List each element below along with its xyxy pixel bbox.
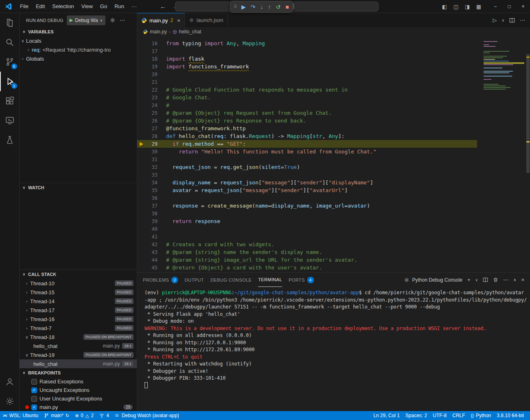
git-branch-status[interactable]: main* ↻ — [41, 411, 72, 420]
panel-more-actions-icon[interactable]: ⋯ — [503, 277, 508, 283]
code-line[interactable]: 21 — [137, 78, 477, 86]
step-over-button[interactable]: ↷ — [251, 4, 256, 10]
code-line[interactable]: 45# @return {Object} a card with the use… — [137, 264, 477, 271]
explorer-icon[interactable] — [0, 13, 20, 33]
run-python-file-icon[interactable]: ▷ — [493, 17, 497, 23]
breakpoint-row[interactable]: User Uncaught Exceptions — [20, 394, 137, 403]
tab-ports[interactable]: PORTS 4 — [289, 273, 314, 287]
close-window-button[interactable]: × — [516, 0, 530, 13]
scrollbar-thumb[interactable] — [526, 54, 530, 173]
code-line[interactable]: 38 — [137, 210, 477, 217]
cursor-position[interactable]: Ln 29, Col 1 — [370, 411, 403, 420]
code-line[interactable]: 30 return "Hello! This function must be … — [137, 148, 477, 155]
more-actions-icon[interactable]: ⋯ — [520, 17, 525, 23]
menu-more[interactable]: ··· — [128, 3, 140, 9]
variable-row[interactable]: ›req:<Request 'http://charming-tro — [20, 45, 137, 54]
tab-output[interactable]: OUTPUT — [184, 273, 204, 287]
debug-config-dropdown[interactable]: ▶ Debug Wa ∨ — [67, 15, 105, 25]
code-line[interactable]: 32 request_json = req.get_json(silent=Tr… — [137, 163, 477, 171]
variables-scope-globals[interactable]: ›Globals — [20, 54, 137, 63]
code-line[interactable]: 20 — [137, 70, 477, 78]
call-stack-header[interactable]: ∨ CALL STACK — [20, 270, 137, 279]
code-line[interactable]: 39 return response — [137, 217, 477, 225]
thread-row[interactable]: ›Thread-7PAUSED — [20, 324, 137, 332]
views-more-actions-icon[interactable]: ⋯ — [120, 17, 125, 23]
settings-gear-icon[interactable] — [0, 392, 20, 411]
variables-scope-locals[interactable]: ∨Locals — [20, 36, 137, 45]
tab-main-py[interactable]: main.py 2 × — [137, 13, 185, 27]
restart-button[interactable]: ↺ — [276, 4, 281, 10]
code-line[interactable]: 16from typing import Any, Mapping — [137, 39, 477, 47]
run-dropdown-chevron-icon[interactable]: ∨ — [502, 18, 504, 22]
tab-problems[interactable]: PROBLEMS 2 — [143, 273, 178, 287]
accounts-icon[interactable] — [0, 372, 20, 392]
code-line[interactable]: 40 — [137, 225, 477, 233]
python-interpreter[interactable]: 3.8.10 64-bit — [494, 411, 527, 420]
tab-terminal[interactable]: TERMINAL — [258, 273, 282, 287]
customize-layout-icon[interactable]: ▦ — [473, 0, 484, 13]
code-line[interactable]: 31 — [137, 155, 477, 163]
tab-launch-json[interactable]: launch.json — [185, 13, 228, 27]
remote-indicator[interactable]: >< WSL: Ubuntu — [0, 411, 41, 420]
breakpoint-checkbox[interactable]: ✓ — [31, 405, 37, 410]
step-into-button[interactable]: ↓ — [261, 4, 263, 10]
thread-row[interactable]: ›Thread-15PAUSED — [20, 288, 137, 297]
code-line[interactable]: 19import functions_framework — [137, 63, 477, 70]
maximize-panel-icon[interactable]: ∧ — [513, 278, 516, 282]
code-line[interactable]: 27@functions_framework.http — [137, 125, 477, 132]
breadcrumb-symbol[interactable]: hello_chat — [179, 29, 201, 35]
remote-explorer-icon[interactable] — [0, 111, 20, 130]
code-line[interactable]: 28def hello_chat(req: flask.Request) -> … — [137, 132, 477, 140]
code-editor[interactable]: 16from typing import Any, Mapping1718imp… — [137, 36, 530, 272]
breakpoints-header[interactable]: ∨ BREAKPOINTS — [20, 368, 137, 377]
editor-scrollbar[interactable] — [526, 36, 530, 272]
terminal-profile[interactable]: Python Debug Console — [404, 277, 462, 283]
split-editor-icon[interactable] — [509, 18, 515, 23]
thread-row[interactable]: ∨Thread-18PAUSED ON BREAKPOINT — [20, 332, 137, 341]
maximize-button[interactable]: □ — [502, 0, 516, 13]
code-line[interactable]: 42# Creates a card with two widgets. — [137, 241, 477, 248]
stop-button[interactable]: ■ — [285, 4, 289, 10]
menu-edit[interactable]: Edit — [32, 3, 48, 9]
menu-selection[interactable]: Selection — [48, 3, 77, 9]
code-line[interactable]: 22# Google Cloud Function that responds … — [137, 86, 477, 94]
close-icon[interactable]: × — [177, 18, 180, 24]
continue-button[interactable]: ▶ — [241, 4, 246, 10]
code-line[interactable]: 41 — [137, 233, 477, 241]
testing-icon[interactable] — [0, 130, 20, 150]
menu-view[interactable]: View — [78, 3, 96, 9]
menu-go[interactable]: Go — [96, 3, 111, 9]
close-panel-icon[interactable]: × — [521, 277, 524, 283]
forwarded-ports-status[interactable]: 4 — [96, 411, 112, 420]
thread-row[interactable]: ∨Thread-19PAUSED ON BREAKPOINT — [20, 350, 137, 359]
split-terminal-icon[interactable] — [483, 277, 488, 282]
code-line[interactable]: 25# @param {Object} req Request sent fro… — [137, 109, 477, 117]
tab-debug-console[interactable]: DEBUG CONSOLE — [210, 273, 252, 287]
code-line[interactable]: 34 display_name = request_json["message"… — [137, 179, 477, 186]
breakpoint-row[interactable]: ✓Uncaught Exceptions — [20, 386, 137, 394]
toggle-sidebar-icon[interactable]: ◧ — [439, 0, 450, 13]
terminal-output[interactable]: (env) pierrick@LAPTOP-HKU5PNNG:~/git/goo… — [137, 287, 530, 411]
terminal-dropdown-chevron-icon[interactable]: ∨ — [475, 278, 478, 282]
thread-row[interactable]: ›Thread-16PAUSED — [20, 315, 137, 324]
breakpoint-gutter[interactable] — [140, 142, 146, 146]
menu-run[interactable]: Run — [111, 3, 128, 9]
thread-row[interactable]: ›Thread-17PAUSED — [20, 306, 137, 315]
debug-settings-gear-icon[interactable] — [110, 17, 116, 23]
encoding[interactable]: UTF-8 — [430, 411, 449, 420]
code-line[interactable]: 35 avatar = request_json["message"]["sen… — [137, 186, 477, 194]
code-line[interactable]: 18import flask — [137, 55, 477, 63]
code-line[interactable]: 17 — [137, 47, 477, 55]
code-line[interactable]: 44# @param {string} image_url the URL fo… — [137, 256, 477, 264]
minimap[interactable] — [484, 41, 524, 90]
eol-sequence[interactable]: CRLF — [449, 411, 468, 420]
thread-row[interactable]: ›Thread-10PAUSED — [20, 279, 137, 288]
run-and-debug-icon[interactable]: 1 — [0, 72, 20, 91]
source-control-icon[interactable]: 5 — [0, 52, 20, 72]
stack-frame-row[interactable]: hello_chatmain.py29:1 — [20, 359, 137, 368]
language-mode[interactable]: {} Python — [468, 411, 494, 420]
stack-frame-row[interactable]: hello_chatmain.py29:1 — [20, 341, 137, 350]
breakpoint-checkbox[interactable] — [31, 379, 37, 385]
breakpoint-checkbox[interactable] — [31, 396, 37, 402]
start-debug-icon[interactable]: ▶ — [70, 18, 73, 23]
